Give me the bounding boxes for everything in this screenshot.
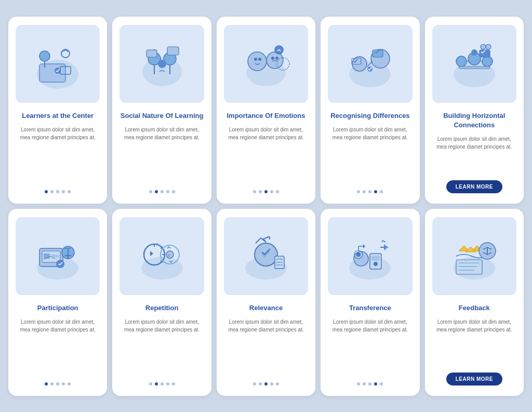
pagination-dot-4[interactable] bbox=[172, 382, 175, 386]
card-body: Lorem ipsum dolor sit dim amet, mea regi… bbox=[119, 318, 204, 375]
svg-point-19 bbox=[258, 58, 261, 61]
card-icon-relevance bbox=[224, 217, 308, 295]
svg-text:i: i bbox=[168, 253, 169, 258]
card-learners-center: Learners at the CenterLorem ipsum dolor … bbox=[8, 17, 107, 204]
pagination-dot-1[interactable] bbox=[259, 382, 262, 386]
card-icon-importance-emotions bbox=[224, 25, 308, 103]
svg-point-2 bbox=[39, 51, 50, 61]
pagination-dot-4[interactable] bbox=[68, 382, 71, 386]
card-body: Lorem ipsum dolor sit dim amet, mea regi… bbox=[432, 318, 516, 365]
card-grid: Learners at the CenterLorem ipsum dolor … bbox=[8, 17, 524, 396]
card-body: Lorem ipsum dolor sit dim amet, mea regi… bbox=[432, 135, 516, 173]
card-title: Feedback bbox=[459, 303, 490, 313]
pagination-dot-0[interactable] bbox=[253, 190, 256, 193]
card-body: Lorem ipsum dolor sit dim amet, mea regi… bbox=[16, 318, 100, 375]
pagination-dot-0[interactable] bbox=[149, 190, 152, 193]
pagination-dots bbox=[149, 190, 175, 193]
card-social-nature: Social Nature Of LearningLorem ipsum dol… bbox=[112, 17, 211, 204]
pagination-dot-0[interactable] bbox=[357, 190, 360, 193]
card-title: Recognising Differences bbox=[330, 111, 409, 121]
svg-point-37 bbox=[481, 44, 486, 49]
pagination-dots bbox=[357, 382, 383, 386]
svg-point-20 bbox=[271, 57, 274, 60]
card-icon-participation bbox=[16, 217, 100, 295]
card-importance-emotions: Importance Of EmotionsLorem ipsum dolor … bbox=[217, 17, 315, 204]
svg-point-4 bbox=[61, 49, 70, 58]
pagination-dot-2[interactable] bbox=[161, 190, 164, 193]
pagination-dot-3[interactable] bbox=[374, 190, 377, 193]
card-icon-transference bbox=[328, 217, 412, 295]
card-title: Building Horizontal Connections bbox=[432, 111, 516, 130]
pagination-dot-1[interactable] bbox=[363, 190, 366, 193]
card-body: Lorem ipsum dolor sit dim amet, mea regi… bbox=[328, 126, 412, 183]
pagination-dot-3[interactable] bbox=[166, 382, 169, 386]
card-feedback: FeedbackLorem ipsum dolor sit dim amet, … bbox=[425, 209, 524, 396]
svg-rect-75 bbox=[456, 260, 482, 274]
card-body: Lorem ipsum dolor sit dim amet, mea regi… bbox=[224, 126, 308, 183]
svg-rect-40 bbox=[459, 67, 490, 69]
learn-more-button[interactable]: LEARN MORE bbox=[446, 180, 502, 193]
svg-point-21 bbox=[275, 57, 278, 60]
card-icon-learners-center bbox=[16, 25, 100, 103]
pagination-dot-3[interactable] bbox=[270, 382, 273, 386]
svg-point-39 bbox=[471, 49, 477, 56]
pagination-dot-4[interactable] bbox=[276, 382, 279, 386]
pagination-dot-0[interactable] bbox=[253, 382, 256, 386]
pagination-dot-4[interactable] bbox=[380, 382, 383, 386]
pagination-dots bbox=[149, 382, 175, 386]
pagination-dot-1[interactable] bbox=[50, 190, 54, 193]
svg-rect-27 bbox=[373, 50, 383, 57]
card-transference: TransferenceLorem ipsum dolor sit dim am… bbox=[321, 209, 419, 396]
card-title: Social Nature Of Learning bbox=[121, 111, 204, 121]
pagination-dot-3[interactable] bbox=[374, 382, 377, 386]
pagination-dot-2[interactable] bbox=[368, 190, 371, 193]
pagination-dot-1[interactable] bbox=[50, 382, 54, 386]
svg-point-38 bbox=[486, 44, 491, 49]
card-title: Importance Of Emotions bbox=[227, 111, 305, 121]
pagination-dot-0[interactable] bbox=[357, 382, 360, 386]
card-relevance: RelevanceLorem ipsum dolor sit dim amet,… bbox=[217, 209, 315, 396]
pagination-dot-3[interactable] bbox=[270, 190, 273, 193]
svg-point-68 bbox=[374, 262, 378, 266]
pagination-dot-2[interactable] bbox=[368, 382, 371, 386]
pagination-dot-3[interactable] bbox=[62, 190, 65, 193]
svg-rect-67 bbox=[371, 256, 380, 261]
pagination-dot-2[interactable] bbox=[161, 382, 164, 386]
pagination-dot-1[interactable] bbox=[259, 190, 262, 193]
pagination-dot-1[interactable] bbox=[155, 382, 158, 386]
pagination-dot-0[interactable] bbox=[45, 382, 48, 386]
card-icon-social-nature bbox=[119, 25, 204, 103]
pagination-dot-2[interactable] bbox=[264, 190, 268, 193]
card-icon-building-horizontal bbox=[432, 25, 516, 103]
learn-more-button[interactable]: LEARN MORE bbox=[446, 373, 502, 386]
card-title: Repetition bbox=[145, 303, 179, 313]
pagination-dot-1[interactable] bbox=[155, 190, 158, 193]
pagination-dots bbox=[253, 190, 279, 193]
card-title: Transference bbox=[349, 303, 391, 313]
svg-point-18 bbox=[254, 58, 257, 61]
pagination-dot-2[interactable] bbox=[56, 190, 59, 193]
svg-point-25 bbox=[352, 57, 367, 71]
svg-point-61 bbox=[354, 251, 368, 266]
card-title: Learners at the Center bbox=[22, 111, 94, 121]
svg-point-16 bbox=[248, 52, 267, 71]
pagination-dot-1[interactable] bbox=[363, 382, 366, 386]
pagination-dot-2[interactable] bbox=[264, 382, 268, 386]
pagination-dot-4[interactable] bbox=[68, 190, 71, 193]
card-body: Lorem ipsum dolor sit dim amet, mea regi… bbox=[119, 126, 204, 183]
pagination-dot-4[interactable] bbox=[276, 190, 279, 193]
pagination-dot-2[interactable] bbox=[56, 382, 59, 386]
pagination-dot-0[interactable] bbox=[149, 382, 152, 386]
card-icon-repetition: i bbox=[119, 217, 204, 295]
svg-rect-14 bbox=[167, 47, 179, 55]
pagination-dot-3[interactable] bbox=[62, 382, 65, 386]
svg-rect-13 bbox=[147, 50, 157, 57]
pagination-dots bbox=[45, 382, 71, 386]
pagination-dots bbox=[357, 190, 383, 193]
svg-point-62 bbox=[356, 252, 361, 257]
pagination-dot-3[interactable] bbox=[166, 190, 169, 193]
pagination-dot-4[interactable] bbox=[172, 190, 175, 193]
pagination-dot-0[interactable] bbox=[45, 190, 48, 193]
pagination-dot-4[interactable] bbox=[380, 190, 383, 193]
card-recognising-differences: Recognising DifferencesLorem ipsum dolor… bbox=[321, 17, 419, 204]
